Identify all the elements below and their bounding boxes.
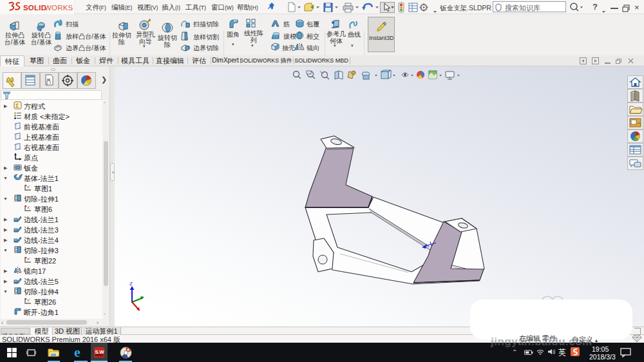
svg-text:S.W: S.W (95, 349, 105, 355)
svg-text:SOLID: SOLID (23, 4, 46, 12)
svg-text:WORKS: WORKS (44, 4, 73, 12)
svg-text:Z: Z (129, 281, 133, 287)
